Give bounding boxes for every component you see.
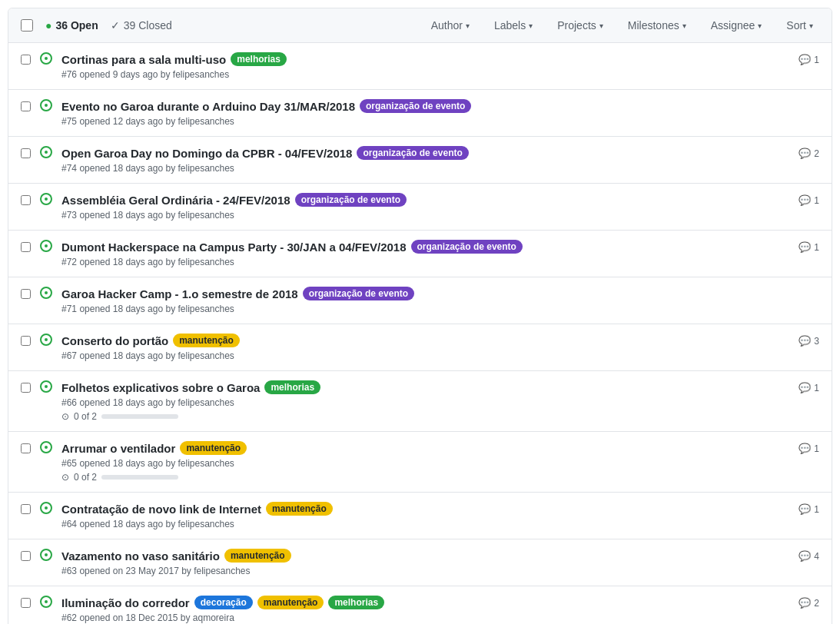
issues-header: ● 36 Open ✓ 39 Closed Author ▾ Labels ▾ … bbox=[8, 8, 832, 43]
comment-number: 2 bbox=[814, 148, 819, 159]
select-all-checkbox[interactable] bbox=[21, 19, 33, 32]
table-row: Dumont Hackerspace na Campus Party - 30/… bbox=[8, 231, 832, 277]
labels-filter-btn[interactable]: Labels ▾ bbox=[488, 16, 539, 35]
issue-right: 💬 1 bbox=[798, 241, 819, 253]
issue-author[interactable]: felipesanches bbox=[178, 519, 234, 529]
comment-count[interactable]: 💬 2 bbox=[798, 597, 819, 609]
issue-author[interactable]: felipesanches bbox=[178, 458, 234, 469]
issue-author[interactable]: felipesanches bbox=[178, 210, 234, 221]
issue-author[interactable]: felipesanches bbox=[178, 350, 234, 361]
issue-checkbox[interactable] bbox=[21, 504, 31, 514]
open-count-link[interactable]: ● 36 Open bbox=[45, 19, 98, 32]
comment-number: 1 bbox=[814, 195, 819, 206]
issue-title-row: Assembléia Geral Ordinária - 24/FEV/2018… bbox=[61, 193, 789, 207]
issue-number: #67 bbox=[61, 350, 77, 361]
issue-checkbox[interactable] bbox=[21, 242, 31, 252]
progress-row: ⊙ 0 of 2 bbox=[61, 472, 789, 483]
comment-icon: 💬 bbox=[798, 550, 811, 562]
issue-meta: #64 opened 18 days ago by felipesanches bbox=[61, 519, 789, 529]
issue-title-row: Conserto do portão manutenção bbox=[61, 334, 789, 347]
issue-checkbox[interactable] bbox=[21, 195, 31, 205]
comment-count[interactable]: 💬 2 bbox=[798, 148, 819, 159]
issue-title[interactable]: Arrumar o ventilador bbox=[61, 442, 175, 455]
issue-title[interactable]: Contratação de novo link de Internet bbox=[61, 503, 261, 516]
issue-author[interactable]: felipesanches bbox=[178, 116, 234, 127]
comment-number: 2 bbox=[814, 598, 819, 609]
closed-count-label: 39 Closed bbox=[124, 19, 172, 32]
issue-checkbox[interactable] bbox=[21, 598, 31, 608]
issue-checkbox[interactable] bbox=[21, 551, 31, 561]
issue-content: Contratação de novo link de Internet man… bbox=[61, 502, 789, 529]
open-circle-inner bbox=[45, 197, 48, 201]
open-circle-inner bbox=[45, 104, 48, 107]
issue-title[interactable]: Iluminação do corredor bbox=[61, 596, 190, 609]
issue-right: 💬 1 bbox=[798, 443, 819, 454]
issue-author[interactable]: felipesanches bbox=[178, 163, 234, 174]
issue-title[interactable]: Open Garoa Day no Domingo da CPBR - 04/F… bbox=[61, 147, 352, 160]
table-row: Iluminação do corredor decoraçãomanutenç… bbox=[8, 586, 832, 624]
milestone-icon: ⊙ bbox=[61, 472, 69, 483]
issue-author[interactable]: felipesanches bbox=[173, 69, 229, 80]
issue-title[interactable]: Assembléia Geral Ordinária - 24/FEV/2018 bbox=[61, 194, 291, 207]
issue-checkbox[interactable] bbox=[21, 289, 31, 299]
comment-icon: 💬 bbox=[798, 443, 811, 454]
comment-count[interactable]: 💬 1 bbox=[798, 54, 819, 65]
comment-icon: 💬 bbox=[798, 54, 811, 65]
author-filter-btn[interactable]: Author ▾ bbox=[425, 16, 476, 35]
table-row: Garoa Hacker Camp - 1.o semestre de 2018… bbox=[8, 277, 832, 324]
issue-author[interactable]: aqmoreira bbox=[193, 612, 234, 623]
issue-open-icon bbox=[40, 287, 52, 299]
issue-content: Garoa Hacker Camp - 1.o semestre de 2018… bbox=[61, 287, 810, 314]
issue-title[interactable]: Conserto do portão bbox=[61, 334, 168, 347]
issue-open-icon bbox=[40, 441, 52, 453]
issue-title[interactable]: Cortinas para a sala multi-uso bbox=[61, 53, 226, 66]
progress-bar-track bbox=[101, 414, 178, 419]
issue-checkbox[interactable] bbox=[21, 383, 31, 393]
issue-author[interactable]: felipesanches bbox=[194, 566, 250, 576]
issue-meta: #63 opened on 23 May 2017 by felipesanch… bbox=[61, 566, 789, 576]
comment-count[interactable]: 💬 1 bbox=[798, 443, 819, 454]
issue-title[interactable]: Folhetos explicativos sobre o Garoa bbox=[61, 381, 260, 394]
issue-title-row: Cortinas para a sala multi-uso melhorias bbox=[61, 52, 789, 66]
issue-title-row: Folhetos explicativos sobre o Garoa melh… bbox=[61, 380, 789, 394]
issue-author[interactable]: felipesanches bbox=[178, 304, 234, 314]
issue-open-icon bbox=[40, 549, 52, 561]
issue-meta: #73 opened 18 days ago by felipesanches bbox=[61, 210, 789, 221]
open-count-label: 36 Open bbox=[55, 19, 98, 32]
issue-content: Iluminação do corredor decoraçãomanutenç… bbox=[61, 596, 789, 623]
issue-title[interactable]: Vazamento no vaso sanitário bbox=[61, 549, 220, 563]
issue-author[interactable]: felipesanches bbox=[178, 397, 234, 408]
issue-checkbox[interactable] bbox=[21, 55, 31, 65]
issue-checkbox[interactable] bbox=[21, 148, 31, 158]
issue-author[interactable]: felipesanches bbox=[178, 257, 234, 267]
comment-count[interactable]: 💬 4 bbox=[798, 550, 819, 562]
comment-number: 4 bbox=[814, 551, 819, 562]
issue-title[interactable]: Garoa Hacker Camp - 1.o semestre de 2018 bbox=[61, 287, 298, 300]
comment-count[interactable]: 💬 1 bbox=[798, 194, 819, 206]
open-circle-inner bbox=[45, 151, 48, 154]
comment-count[interactable]: 💬 1 bbox=[798, 382, 819, 393]
comment-count[interactable]: 💬 3 bbox=[798, 335, 819, 347]
issue-opened: opened on 18 Dec 2015 by bbox=[79, 612, 192, 623]
issue-content: Vazamento no vaso sanitário manutenção #… bbox=[61, 549, 789, 576]
issue-checkbox[interactable] bbox=[21, 101, 31, 111]
issue-title[interactable]: Evento no Garoa durante o Arduino Day 31… bbox=[61, 100, 355, 113]
comment-count[interactable]: 💬 1 bbox=[798, 503, 819, 515]
issue-title[interactable]: Dumont Hackerspace na Campus Party - 30/… bbox=[61, 241, 407, 254]
comment-count[interactable]: 💬 1 bbox=[798, 241, 819, 253]
author-filter-label: Author bbox=[431, 19, 463, 32]
sort-filter-btn[interactable]: Sort ▾ bbox=[780, 16, 819, 35]
issue-open-icon bbox=[40, 502, 52, 514]
projects-filter-btn[interactable]: Projects ▾ bbox=[551, 16, 609, 35]
issue-checkbox[interactable] bbox=[21, 336, 31, 346]
table-row: Cortinas para a sala multi-uso melhorias… bbox=[8, 43, 832, 90]
milestones-filter-btn[interactable]: Milestones ▾ bbox=[622, 16, 692, 35]
issue-opened: opened 18 days ago by bbox=[79, 210, 178, 221]
issue-right: 💬 4 bbox=[798, 550, 819, 562]
issue-checkbox[interactable] bbox=[21, 443, 31, 453]
closed-count-link[interactable]: ✓ 39 Closed bbox=[111, 19, 172, 32]
table-row: Assembléia Geral Ordinária - 24/FEV/2018… bbox=[8, 184, 832, 231]
issue-number: #63 bbox=[61, 566, 77, 576]
assignee-filter-btn[interactable]: Assignee ▾ bbox=[705, 16, 769, 35]
issue-meta: #67 opened 18 days ago by felipesanches bbox=[61, 350, 789, 361]
